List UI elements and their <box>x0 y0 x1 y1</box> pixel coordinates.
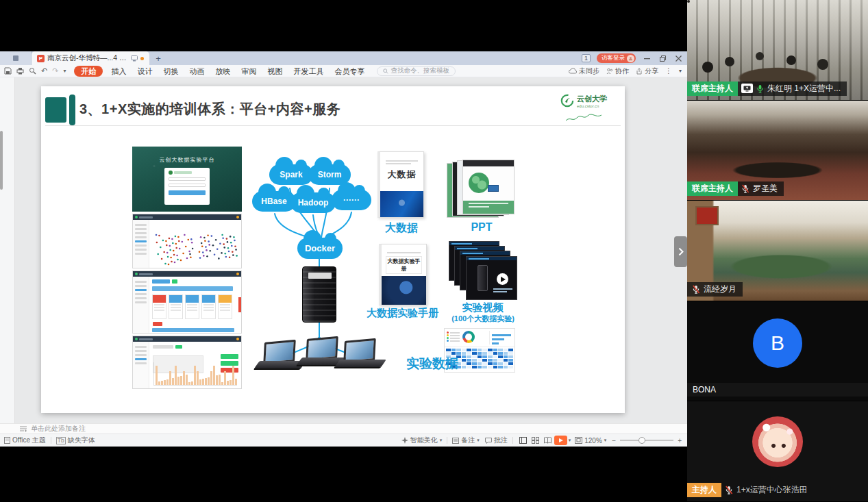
save-icon[interactable] <box>4 67 12 75</box>
ribbon-tab-member[interactable]: 会员专享 <box>329 65 370 77</box>
cstor-logo-icon <box>560 94 574 108</box>
panel-expand-handle[interactable] <box>674 236 687 267</box>
video-feed[interactable]: 主持人 1+x运营中心张浩田 <box>687 401 868 502</box>
ribbon-tab-review[interactable]: 审阅 <box>236 65 262 77</box>
theme-icon <box>4 437 10 444</box>
collaborate-button[interactable]: 协作 <box>606 66 629 76</box>
laptop-image <box>334 340 385 377</box>
search-icon <box>383 68 388 74</box>
new-tab-button[interactable]: + <box>152 52 164 64</box>
logo-domain: edu.cstor.cn <box>577 104 607 108</box>
print-preview-icon[interactable] <box>29 67 36 75</box>
slideshow-play-button[interactable] <box>554 436 567 445</box>
missing-font-indicator[interactable]: Tb 缺失字体 <box>56 436 95 445</box>
video-feed[interactable]: 流经岁月 <box>687 201 868 301</box>
slide-sorter-view-icon[interactable] <box>532 437 539 444</box>
server-rack-image <box>302 266 336 323</box>
visitor-avatar-icon <box>627 55 634 62</box>
more-menu-icon[interactable]: ⋮ <box>665 67 672 75</box>
undo-icon[interactable]: ↶ <box>41 66 47 75</box>
quickbar-dropdown-icon[interactable]: ▾ <box>63 68 66 74</box>
label-ppt: PPT <box>447 221 517 234</box>
cloud-hbase: HBase <box>252 191 296 212</box>
lab-manual-book-image: 大数据实验手册 <box>379 244 427 305</box>
ribbon-tab-design[interactable]: 设计 <box>132 65 158 77</box>
video-feed[interactable]: B BONA <box>687 301 868 402</box>
avatar <box>752 416 803 467</box>
zoom-level[interactable]: 120%▾ <box>584 437 606 444</box>
collaborate-icon <box>606 68 613 75</box>
add-note-icon <box>19 425 27 432</box>
collapse-ribbon-icon[interactable]: ▾ <box>679 68 682 74</box>
home-tab[interactable] <box>0 51 32 65</box>
slide-thumbnail-panel[interactable] <box>0 77 15 423</box>
mic-muted-icon <box>692 285 700 294</box>
cloud-more: ······ <box>332 190 371 210</box>
label-bigdata: 大数据 <box>371 221 432 236</box>
ribbon-tab-insert[interactable]: 插入 <box>106 65 132 77</box>
play-dropdown-icon[interactable]: ▾ <box>569 438 571 443</box>
comment-icon <box>485 438 492 444</box>
print-icon[interactable] <box>16 67 24 75</box>
theme-indicator[interactable]: Office 主题 <box>4 436 46 445</box>
experiment-videos-stack-image <box>449 241 517 301</box>
meeting-participants-panel: 联席主持人 朱红明 1+X运营中... 联席主持人 罗圣美 流经岁月 <box>687 0 868 502</box>
share-icon <box>636 68 643 75</box>
login-screenshot-title: 云创大数据实验平台 <box>132 156 242 164</box>
logo-slogan-script <box>565 114 604 123</box>
zoom-in-button[interactable]: + <box>678 437 682 444</box>
window-layers-icon[interactable]: 1 <box>582 54 591 62</box>
notes-icon <box>452 438 459 444</box>
ribbon-bar: ↶ ↷ ▾ 开始 插入 设计 切换 动画 放映 审阅 视图 开发工具 会员专享 … <box>0 65 687 77</box>
video-feed[interactable]: 联席主持人 罗圣美 <box>687 101 868 201</box>
ribbon-tab-developer[interactable]: 开发工具 <box>288 65 329 77</box>
video-feed[interactable]: 联席主持人 朱红明 1+X运营中... <box>687 0 868 101</box>
restore-button[interactable] <box>658 53 667 63</box>
slide-canvas[interactable]: 3、1+X实施的培训体系：平台+内容+服务 云创大学 edu.cstor.cn <box>41 86 625 413</box>
mic-muted-icon <box>741 184 749 193</box>
document-tab-title: 南京云创-华博特—...4 partner <box>47 53 128 63</box>
status-bar: Office 主题 Tb 缺失字体 智能美化▾ 备注▾ 批注 <box>0 434 687 447</box>
cluster-dashboard-screenshot <box>132 271 242 334</box>
share-button[interactable]: 分享 <box>636 66 658 76</box>
ribbon-tab-home[interactable]: 开始 <box>74 66 103 77</box>
zoom-out-button[interactable]: − <box>612 437 616 444</box>
normal-view-icon[interactable] <box>519 437 527 444</box>
wall-art <box>697 208 717 224</box>
cloud-docker: Docker <box>297 238 343 259</box>
cohost-badge: 联席主持人 <box>687 81 738 96</box>
thumbnail-scrollbar[interactable] <box>0 131 3 190</box>
play-button-icon <box>497 273 508 285</box>
reading-view-icon[interactable] <box>544 437 551 444</box>
notes-button[interactable]: 备注▾ <box>452 436 480 445</box>
ribbon-tab-view[interactable]: 视图 <box>262 65 288 77</box>
document-tab[interactable]: P 南京云创-华博特—...4 partner <box>32 51 149 65</box>
home-icon <box>12 55 19 62</box>
host-badge: 主持人 <box>687 483 721 497</box>
ppt-slides-stack-image <box>447 160 517 218</box>
comments-button[interactable]: 批注 <box>485 436 508 445</box>
slide-workspace: 3、1+X实施的培训体系：平台+内容+服务 云创大学 edu.cstor.cn <box>0 77 687 423</box>
smart-beautify-button[interactable]: 智能美化▾ <box>401 436 443 445</box>
ribbon-tab-animation[interactable]: 动画 <box>184 65 210 77</box>
platform-login-screenshot: 云创大数据实验平台 <box>132 147 242 212</box>
zoom-slider-thumb[interactable] <box>638 437 645 444</box>
screen-share-doc-icon <box>131 55 138 62</box>
cloud-sync-icon <box>569 68 577 74</box>
title-decoration-square <box>45 97 66 123</box>
command-search-box[interactable]: 查找命令、搜索模板 <box>377 66 456 76</box>
zoom-slider[interactable] <box>620 440 673 441</box>
ribbon-tab-slideshow[interactable]: 放映 <box>210 65 236 77</box>
fit-slide-icon[interactable] <box>575 437 582 444</box>
notes-placeholder-bar[interactable]: 单击此处添加备注 <box>0 423 687 434</box>
minimize-button[interactable] <box>642 53 652 63</box>
redo-icon[interactable]: ↷ <box>52 66 58 75</box>
label-video: 实验视频 <box>447 301 519 314</box>
close-button[interactable] <box>673 53 683 63</box>
sync-status-button[interactable]: 未同步 <box>569 66 599 76</box>
visitor-login-badge[interactable]: 访客登录 <box>597 53 636 63</box>
ribbon-tab-transition[interactable]: 切换 <box>158 65 184 77</box>
participant-name: 朱红明 1+X运营中... <box>767 83 841 95</box>
cloud-hadoop: Hadoop <box>290 192 336 213</box>
screen-share-area: P 南京云创-华博特—...4 partner + 1 访客登录 <box>0 0 687 502</box>
